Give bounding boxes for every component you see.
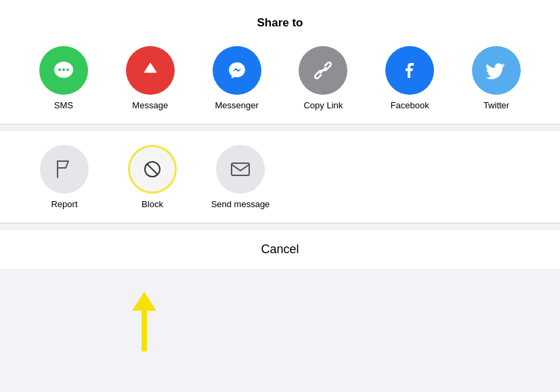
messenger-icon <box>224 58 250 83</box>
send-message-label: Send message <box>211 199 270 209</box>
action-item-block[interactable]: Block <box>108 145 196 209</box>
messenger-label: Messenger <box>215 100 258 110</box>
cancel-section[interactable]: Cancel <box>0 230 560 269</box>
cancel-label: Cancel <box>261 242 299 257</box>
block-circle <box>128 145 177 194</box>
share-sheet: Share to SMS <box>0 0 560 392</box>
action-item-report[interactable]: Report <box>20 145 108 209</box>
facebook-icon <box>397 58 423 83</box>
facebook-circle <box>385 46 434 95</box>
twitter-icon <box>483 58 509 83</box>
share-section: Share to SMS <box>0 0 560 124</box>
svg-point-1 <box>58 68 61 71</box>
svg-rect-7 <box>232 163 249 175</box>
block-label: Block <box>142 199 163 209</box>
report-label: Report <box>51 199 77 209</box>
svg-marker-4 <box>144 63 156 72</box>
sms-label: SMS <box>54 100 73 110</box>
sms-icon <box>51 58 77 83</box>
twitter-label: Twitter <box>483 100 509 110</box>
twitter-circle <box>472 46 521 95</box>
report-circle <box>40 145 89 194</box>
block-icon <box>140 157 165 181</box>
arrow-head <box>132 292 156 311</box>
divider-1 <box>0 124 560 125</box>
facebook-label: Facebook <box>391 100 429 110</box>
message-label: Message <box>132 100 168 110</box>
send-message-icon <box>228 157 253 181</box>
share-item-twitter[interactable]: Twitter <box>472 46 521 110</box>
arrow-wrapper <box>132 292 156 351</box>
share-item-messenger[interactable]: Messenger <box>213 46 261 110</box>
send-message-circle <box>216 145 265 194</box>
share-item-copylink[interactable]: Copy Link <box>299 46 347 110</box>
svg-point-2 <box>62 68 65 71</box>
copylink-circle <box>299 46 347 95</box>
arrow-shaft <box>142 311 147 351</box>
copylink-icon <box>310 58 336 83</box>
highlight-arrow <box>132 292 156 351</box>
share-item-sms[interactable]: SMS <box>39 46 88 110</box>
divider-2 <box>0 223 560 223</box>
report-icon <box>52 157 77 181</box>
message-icon <box>137 58 163 83</box>
copylink-label: Copy Link <box>303 100 343 110</box>
share-item-message[interactable]: Message <box>126 46 175 110</box>
actions-section: Report Block <box>0 131 560 223</box>
sms-circle <box>39 46 88 95</box>
action-item-send-message[interactable]: Send message <box>196 145 284 209</box>
share-title: Share to <box>14 16 546 30</box>
actions-row: Report Block <box>14 145 546 209</box>
share-item-facebook[interactable]: Facebook <box>385 46 434 110</box>
svg-line-6 <box>147 164 158 175</box>
share-icons-row: SMS Message Messenger <box>14 46 546 110</box>
messenger-circle <box>213 46 261 95</box>
message-circle <box>126 46 175 95</box>
svg-point-3 <box>66 68 69 71</box>
